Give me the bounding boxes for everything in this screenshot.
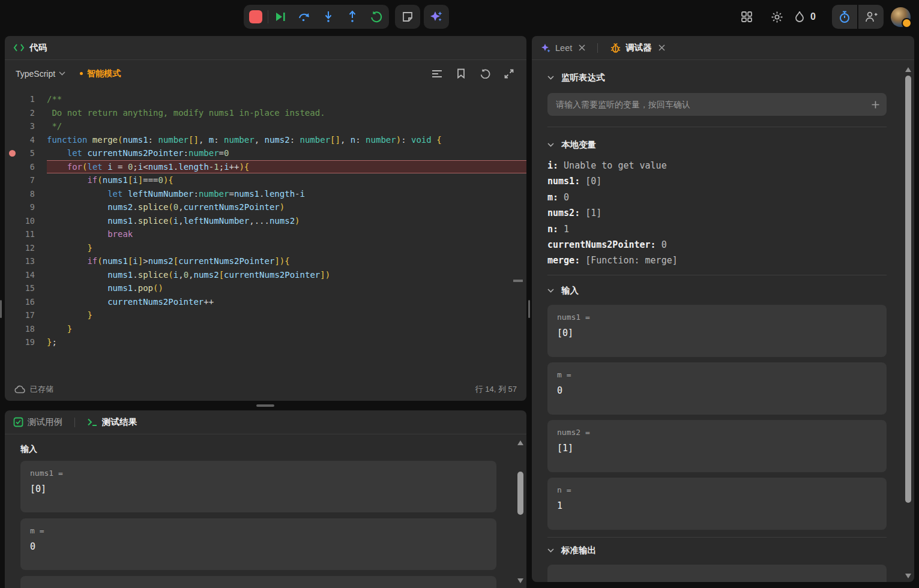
restart-button[interactable]	[364, 5, 388, 29]
avatar[interactable]	[891, 7, 911, 27]
code-line-15[interactable]: 15 nums1.pop()	[5, 281, 526, 295]
line-gutter[interactable]: 6	[5, 160, 47, 174]
scroll-up-icon[interactable]	[905, 67, 911, 72]
scrollbar-thumb[interactable]	[905, 76, 911, 503]
local-variable-merge[interactable]: merge: [Function: merge]	[547, 253, 887, 268]
reset-code-button[interactable]	[475, 64, 495, 83]
line-gutter[interactable]: 1	[5, 92, 47, 106]
line-gutter[interactable]: 8	[5, 187, 47, 201]
code-line-2[interactable]: 2 Do not return anything, modify nums1 i…	[5, 106, 526, 120]
code-line-11[interactable]: 11 break	[5, 227, 526, 241]
tab-testresult[interactable]: 测试结果	[87, 416, 137, 428]
watch-input[interactable]	[555, 99, 872, 110]
language-selector[interactable]: TypeScript	[12, 67, 69, 81]
line-gutter[interactable]: 13	[5, 254, 47, 268]
local-variable-m[interactable]: m: 0	[547, 190, 887, 205]
code-line-4[interactable]: 4function merge(nums1: number[], m: numb…	[5, 133, 526, 147]
debugger-scrollbar[interactable]	[905, 67, 912, 578]
line-gutter[interactable]: 15	[5, 281, 47, 295]
code-line-17[interactable]: 17 }	[5, 308, 526, 322]
step-over-button[interactable]	[292, 5, 316, 29]
line-gutter[interactable]: 3	[5, 119, 47, 133]
io-card[interactable]: nums2 =[1]	[547, 420, 887, 472]
code-line-8[interactable]: 8 let leftNumNumber:number=nums1.length-…	[5, 187, 526, 201]
stdout-section-header[interactable]: 标准输出	[547, 545, 887, 556]
line-number: 13	[19, 254, 35, 268]
code-line-13[interactable]: 13 if(nums1[i]>nums2[currentNums2Pointer…	[5, 254, 526, 268]
continue-button[interactable]	[268, 5, 292, 29]
scroll-down-icon[interactable]	[905, 574, 911, 578]
scroll-down-icon[interactable]	[517, 578, 523, 583]
tab-debugger[interactable]: 调试器	[610, 42, 665, 53]
plus-icon[interactable]	[872, 101, 879, 109]
scroll-up-icon[interactable]	[517, 440, 523, 445]
io-card[interactable]: m =0	[547, 362, 887, 415]
streak-counter[interactable]: 0	[794, 5, 816, 29]
smart-mode-toggle[interactable]: 智能模式	[80, 68, 121, 79]
test-card-partial[interactable]	[20, 576, 496, 588]
io-card[interactable]: nums1 =[0]	[547, 305, 887, 357]
code-line-19[interactable]: 19};	[5, 335, 526, 349]
stop-button[interactable]	[244, 5, 268, 29]
line-gutter[interactable]: 11	[5, 227, 47, 241]
line-gutter[interactable]: 2	[5, 106, 47, 120]
panel-split-handle[interactable]	[528, 300, 530, 318]
io-card[interactable]: n =1	[547, 478, 887, 530]
close-icon[interactable]	[658, 44, 665, 51]
bookmark-button[interactable]	[451, 64, 471, 83]
step-out-button[interactable]	[340, 5, 364, 29]
line-gutter[interactable]: 18	[5, 322, 47, 336]
line-gutter[interactable]: 9	[5, 200, 47, 214]
line-gutter[interactable]: 12	[5, 241, 47, 255]
code-line-3[interactable]: 3 */	[5, 119, 526, 133]
tab-leet[interactable]: Leet	[540, 43, 585, 53]
line-gutter[interactable]: 17	[5, 308, 47, 322]
line-gutter[interactable]: 14	[5, 268, 47, 282]
line-gutter[interactable]: 7	[5, 173, 47, 187]
ai-assistant-button[interactable]	[424, 5, 449, 29]
left-edge-handle[interactable]	[0, 300, 2, 318]
local-variable-n[interactable]: n: 1	[547, 221, 887, 237]
test-scrollbar[interactable]	[517, 440, 524, 583]
close-icon[interactable]	[579, 44, 585, 51]
settings-button[interactable]	[765, 5, 789, 29]
locals-section-header[interactable]: 本地变量	[547, 139, 887, 151]
code-line-18[interactable]: 18 }	[5, 322, 526, 336]
line-gutter[interactable]: 19	[5, 335, 47, 349]
expand-button[interactable]	[499, 64, 519, 83]
scrollbar-thumb[interactable]	[517, 472, 523, 515]
code-line-9[interactable]: 9 nums2.splice(0,currentNums2Pointer)	[5, 200, 526, 214]
timer-button[interactable]	[832, 5, 857, 29]
line-gutter[interactable]: 10	[5, 214, 47, 228]
code-line-14[interactable]: 14 nums1.splice(i,0,nums2[currentNums2Po…	[5, 268, 526, 282]
tab-testcases[interactable]: 测试用例	[13, 416, 62, 428]
local-variable-currentNums2Pointer[interactable]: currentNums2Pointer: 0	[547, 237, 887, 253]
inputs-section-header[interactable]: 输入	[547, 285, 887, 296]
step-into-button[interactable]	[316, 5, 340, 29]
line-gutter[interactable]: 16	[5, 295, 47, 309]
io-card[interactable]: nums1 =[0]	[20, 461, 496, 512]
code-line-5[interactable]: 5 let currentNums2Pointer:number=0	[5, 146, 526, 160]
code-line-12[interactable]: 12 }	[5, 241, 526, 255]
line-gutter[interactable]: 4	[5, 133, 47, 147]
io-card[interactable]: m =0	[20, 518, 496, 570]
variable-name: i:	[547, 160, 564, 171]
local-variable-nums1[interactable]: nums1: [0]	[547, 173, 887, 189]
breakpoint-dot[interactable]	[5, 150, 19, 157]
line-gutter[interactable]: 5	[5, 146, 47, 160]
code-line-16[interactable]: 16 currentNums2Pointer++	[5, 295, 526, 309]
local-variable-nums2[interactable]: nums2: [1]	[547, 205, 887, 221]
format-button[interactable]	[427, 64, 447, 83]
code-line-1[interactable]: 1/**	[5, 92, 526, 106]
code-editor[interactable]: 1/**2 Do not return anything, modify num…	[5, 87, 526, 378]
vertical-resize-handle[interactable]	[256, 404, 274, 407]
code-line-7[interactable]: 7 if(nums1[i]===0){	[5, 173, 526, 187]
watch-section-header[interactable]: 监听表达式	[547, 72, 887, 83]
editor-scrollbar-thumb[interactable]	[513, 280, 523, 282]
local-variable-i[interactable]: i: Unable to get value	[547, 158, 887, 173]
invite-button[interactable]	[858, 5, 884, 29]
code-line-6[interactable]: 6 for(let i = 0;i<nums1.length-1;i++){	[5, 160, 526, 174]
code-line-10[interactable]: 10 nums1.splice(i,leftNumNumber,...nums2…	[5, 214, 526, 228]
layout-button[interactable]	[735, 5, 759, 29]
notes-button[interactable]	[395, 5, 420, 29]
